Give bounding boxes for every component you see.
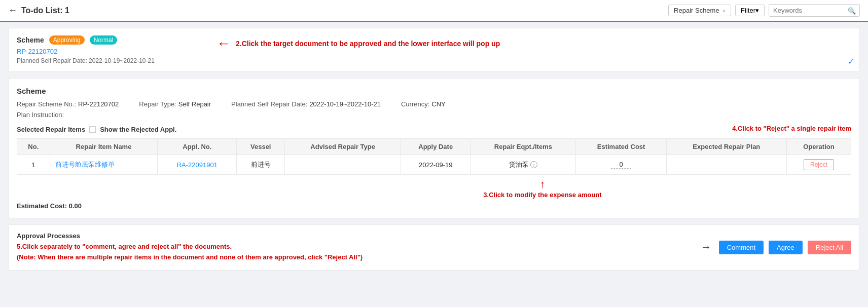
annotation-line2: (Note: When there are multiple repair it… <box>17 253 363 261</box>
col-appl-no: Appl. No. <box>158 139 237 155</box>
info-icon[interactable]: i <box>530 161 537 168</box>
card-header: Scheme Approving Normal <box>17 35 204 45</box>
estimated-cost-label: Estimated Cost: <box>17 202 67 210</box>
currency-label: Currency: <box>401 100 429 108</box>
step5-annotation: 5.Click separately to "comment, agree an… <box>17 242 701 263</box>
card-title: Scheme <box>17 36 44 44</box>
detail-title: Scheme <box>17 87 851 95</box>
plan-instruction-label: Plan Instruction: <box>17 111 64 119</box>
scheme-card[interactable]: Scheme Approving Normal RP-22120702 Plan… <box>17 35 204 64</box>
estimated-cost-value: 0.00 <box>69 202 82 210</box>
cell-vessel: 前进号 <box>237 155 285 175</box>
col-expected-repair-plan: Expected Repair Plan <box>666 139 786 155</box>
cell-appl-no[interactable]: RA-22091901 <box>158 155 237 175</box>
arrow-left-icon: ← <box>216 35 231 52</box>
card-check-icon: ✓ <box>848 57 854 66</box>
approval-processes-label: Approval Processes <box>17 232 701 240</box>
search-input[interactable] <box>769 4 860 17</box>
repair-type: Repair Type: Self Repair <box>139 100 211 108</box>
normal-badge: Normal <box>90 35 118 45</box>
cell-repair-item-name[interactable]: 前进号舱底泵维修单 <box>50 155 158 175</box>
bottom-arrow-right-icon: → <box>701 241 712 254</box>
search-wrap: 🔍 <box>769 4 860 17</box>
currency: Currency: CNY <box>401 100 446 108</box>
planned-date: Planned Self Repair Date: 2022-10-19~202… <box>231 100 381 108</box>
cell-advised-repair-type <box>285 155 401 175</box>
detail-section: Scheme Repair Scheme No.: RP-22120702 Re… <box>8 78 860 218</box>
cell-expected-repair-plan <box>666 155 786 175</box>
cost-value[interactable]: 0 <box>611 161 631 169</box>
card-annotation-text: 2.Click the target document to be approv… <box>236 40 500 48</box>
selected-repair-header: Selected Repair Items Show the Rejected … <box>17 125 851 134</box>
card-link[interactable]: RP-22120702 <box>17 48 204 55</box>
reject-button[interactable]: Reject <box>804 159 834 170</box>
comment-button[interactable]: Comment <box>719 241 764 254</box>
col-operation: Operation <box>786 139 851 155</box>
col-repair-item-name: Repair Item Name <box>50 139 158 155</box>
cell-no: 1 <box>17 155 50 175</box>
scheme-no-label: Repair Scheme No.: <box>17 100 76 108</box>
col-estimated-cost: Estimated Cost <box>576 139 666 155</box>
detail-info-row-2: Plan Instruction: <box>17 111 851 119</box>
reject-all-button[interactable]: Reject All <box>808 241 851 254</box>
table-wrapper: No. Repair Item Name Appl. No. Vessel Ad… <box>17 138 851 178</box>
estimated-cost-row: Estimated Cost: 0.00 <box>17 202 851 210</box>
reject-single-annotation: 4.Click to "Reject" a single repair item <box>732 125 851 132</box>
top-bar: ← To-do List: 1 Repair Scheme × Filter▾ … <box>0 0 868 22</box>
col-no: No. <box>17 139 50 155</box>
filter-tag[interactable]: Repair Scheme × <box>668 5 731 16</box>
cell-repair-eqpt: 货油泵 i <box>471 155 576 175</box>
table-row: 1 前进号舱底泵维修单 RA-22091901 前进号 2022-09-19 货… <box>17 155 851 175</box>
show-rejected-label: Show the Rejected Appl. <box>100 126 176 133</box>
search-icon: 🔍 <box>848 7 856 14</box>
planned-date-label: Planned Self Repair Date: <box>231 100 307 108</box>
detail-info-row-1: Repair Scheme No.: RP-22120702 Repair Ty… <box>17 100 851 108</box>
filter-tag-close[interactable]: × <box>722 8 726 14</box>
currency-value: CNY <box>431 100 445 108</box>
card-section: Scheme Approving Normal RP-22120702 Plan… <box>8 28 860 72</box>
cell-operation: Reject <box>786 155 851 175</box>
page-title: To-do List: 1 <box>21 6 69 15</box>
repair-type-label: Repair Type: <box>139 100 176 108</box>
show-rejected-checkbox[interactable] <box>89 126 96 133</box>
card-meta: Planned Self Repair Date: 2022-10-19~202… <box>17 57 204 64</box>
header-right: Repair Scheme × Filter▾ 🔍 <box>668 4 860 17</box>
col-vessel: Vessel <box>237 139 285 155</box>
scheme-no: Repair Scheme No.: RP-22120702 <box>17 100 119 108</box>
header-left: ← To-do List: 1 <box>8 5 69 16</box>
filter-button[interactable]: Filter▾ <box>735 5 765 16</box>
bottom-left: Approval Processes 5.Click separately to… <box>17 232 701 263</box>
bottom-right: → Comment Agree Reject All <box>701 241 851 254</box>
filter-tag-label: Repair Scheme <box>674 7 719 14</box>
approving-badge: Approving <box>49 35 85 45</box>
repair-type-value: Self Repair <box>178 100 211 108</box>
col-apply-date: Apply Date <box>401 139 471 155</box>
selected-repair-label: Selected Repair Items <box>17 126 85 133</box>
cell-estimated-cost[interactable]: 0 <box>576 155 666 175</box>
annotation-line1: 5.Click separately to "comment, agree an… <box>17 243 232 250</box>
cell-apply-date: 2022-09-19 <box>401 155 471 175</box>
expense-annotation: ↑ 3.Click to modify the expense amount <box>483 178 601 199</box>
expense-arrow-up-icon: ↑ <box>539 178 545 191</box>
table-header-row: No. Repair Item Name Appl. No. Vessel Ad… <box>17 139 851 155</box>
col-repair-eqpt: Repair Eqpt./Items <box>471 139 576 155</box>
expense-annotation-text: 3.Click to modify the expense amount <box>483 191 601 199</box>
repair-table: No. Repair Item Name Appl. No. Vessel Ad… <box>17 138 851 175</box>
col-advised-repair-type: Advised Repair Type <box>285 139 401 155</box>
agree-button[interactable]: Agree <box>769 241 803 254</box>
card-annotation: ← 2.Click the target document to be appr… <box>216 35 851 52</box>
back-button[interactable]: ← <box>8 5 17 16</box>
bottom-section: Approval Processes 5.Click separately to… <box>8 224 860 271</box>
planned-date-value: 2022-10-19~2022-10-21 <box>309 100 381 108</box>
main-content: Scheme Approving Normal RP-22120702 Plan… <box>0 22 868 277</box>
scheme-no-value: RP-22120702 <box>78 100 119 108</box>
